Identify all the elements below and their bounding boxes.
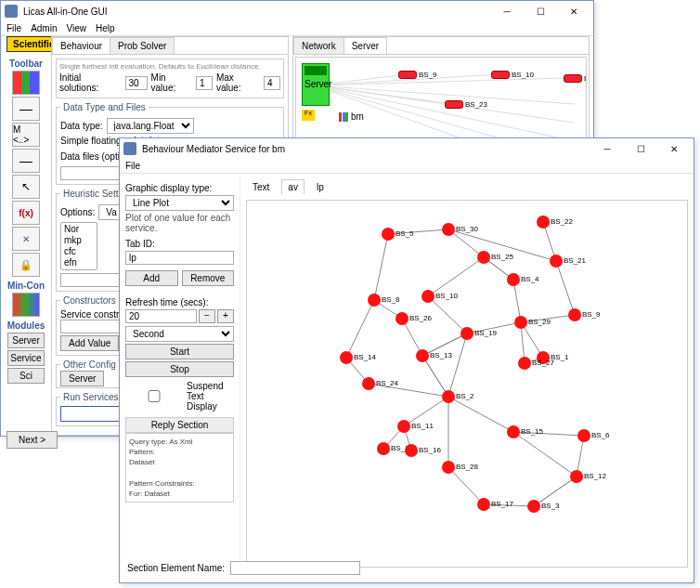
tools-icon[interactable] — [12, 227, 40, 251]
bm-node[interactable]: bm — [339, 111, 364, 122]
lock-icon[interactable] — [12, 253, 40, 277]
maxv-input[interactable] — [264, 76, 280, 90]
close-button-2[interactable]: ✕ — [662, 144, 686, 154]
graph-node[interactable] — [568, 308, 581, 321]
maximize-button[interactable]: ☐ — [528, 7, 552, 17]
server-node[interactable]: Server — [302, 63, 330, 106]
tabid-input[interactable] — [125, 251, 234, 265]
refresh-minus[interactable]: − — [199, 309, 215, 323]
graph-node-label: BS_27 — [532, 359, 554, 367]
refresh-unit[interactable]: Second — [125, 326, 234, 342]
graph-node[interactable] — [416, 349, 429, 362]
mincon-icon[interactable] — [12, 293, 40, 317]
graph-node[interactable] — [368, 294, 381, 307]
bs-node[interactable] — [445, 100, 463, 109]
graph-node[interactable] — [577, 429, 590, 442]
graph-node[interactable] — [518, 357, 531, 370]
tab-server[interactable]: Server — [344, 37, 387, 54]
tab-probsolver[interactable]: Prob Solver — [110, 37, 175, 54]
graph-node[interactable] — [377, 442, 390, 455]
addvalue-button[interactable]: Add Value — [60, 335, 119, 351]
server-config-button[interactable]: Server — [60, 371, 104, 386]
module-service[interactable]: Service — [7, 350, 45, 366]
graph-node-label: BS_21 — [564, 256, 586, 265]
tabid-label: Tab ID: — [125, 239, 234, 249]
next-button[interactable]: Next > — [6, 431, 58, 449]
graph-node[interactable] — [382, 228, 395, 241]
graph-node[interactable] — [477, 251, 490, 264]
graph-node-label: BS_29 — [528, 318, 551, 326]
graph-node[interactable] — [442, 461, 455, 474]
options-label: Options: — [60, 207, 95, 217]
stop-button[interactable]: Stop — [125, 361, 234, 377]
graph-node[interactable] — [527, 500, 540, 513]
bs-node[interactable] — [564, 74, 582, 83]
graph-node[interactable] — [405, 444, 418, 457]
query-info: Query type: As Xml Pattern: Dataset Patt… — [125, 433, 234, 503]
graph-node[interactable] — [421, 290, 434, 303]
graph-node[interactable] — [507, 425, 520, 438]
refresh-input[interactable] — [125, 309, 197, 323]
minv-input[interactable] — [196, 76, 213, 90]
graph-node[interactable] — [395, 312, 408, 325]
graph-node[interactable] — [362, 377, 375, 390]
graph-node[interactable] — [460, 327, 473, 340]
gtab-lp[interactable]: lp — [310, 179, 331, 195]
suspend-checkbox[interactable] — [125, 390, 183, 402]
graph-node-label: BS_4 — [521, 275, 539, 283]
tab-network[interactable]: Network — [293, 37, 344, 54]
graph-node[interactable] — [477, 498, 490, 511]
start-button[interactable]: Start — [125, 344, 234, 359]
menu-file-2[interactable]: File — [125, 161, 140, 171]
bars-icon[interactable] — [12, 149, 40, 173]
refresh-plus[interactable]: + — [217, 309, 234, 323]
tab-behaviour[interactable]: Behaviour — [52, 37, 110, 54]
fx-node[interactable]: Fx — [302, 110, 315, 121]
arrow-icon[interactable] — [12, 175, 40, 199]
close-button[interactable]: ✕ — [562, 7, 586, 17]
init-sol-input[interactable] — [125, 76, 148, 90]
line-icon[interactable] — [12, 97, 40, 121]
section-el-label: Section Element Name: — [127, 563, 225, 573]
gtab-av[interactable]: av — [281, 179, 305, 195]
remove-button[interactable]: Remove — [182, 270, 235, 286]
graph-node[interactable] — [442, 223, 455, 236]
datatype-select[interactable]: java.lang.Float — [107, 118, 194, 134]
menu-help[interactable]: Help — [96, 23, 115, 33]
graph-node[interactable] — [514, 316, 527, 329]
graph-node-label: BS_2 — [456, 392, 474, 400]
menu-admin[interactable]: Admin — [31, 23, 57, 33]
graph-node[interactable] — [550, 255, 563, 268]
module-server[interactable]: Server — [7, 333, 45, 348]
fx-icon[interactable]: f(x) — [12, 201, 40, 225]
graph-node[interactable] — [570, 470, 583, 483]
gtab-text[interactable]: Text — [246, 179, 276, 195]
graph-node[interactable] — [397, 420, 410, 433]
graph-node-label: BS_14 — [354, 353, 376, 361]
module-sci[interactable]: Sci — [7, 368, 45, 384]
grid-icon[interactable] — [12, 71, 40, 95]
graph-canvas[interactable]: BS_5BS_30BS_22BS_25BS_21BS_4BS_8BS_10BS_… — [246, 200, 688, 568]
svg-line-19 — [428, 257, 484, 296]
graph-node[interactable] — [340, 351, 353, 364]
add-button[interactable]: Add — [125, 270, 178, 286]
graph-node[interactable] — [507, 273, 520, 286]
graph-node[interactable] — [442, 390, 455, 403]
options-list[interactable]: Normkpcfcefn — [60, 222, 97, 270]
bs-node[interactable] — [491, 71, 510, 79]
minimize-button-2[interactable]: ─ — [595, 144, 619, 154]
gtype-select[interactable]: Line Plot — [125, 195, 234, 211]
bs-node[interactable] — [398, 71, 417, 79]
nearest-label: Single furthest init evaluation. Default… — [59, 62, 280, 71]
menu-file[interactable]: File — [6, 23, 21, 33]
section-el-input[interactable] — [230, 561, 360, 575]
m-icon[interactable]: M <..> — [12, 123, 40, 147]
menu-view[interactable]: View — [66, 23, 86, 33]
graph-node-label: BS_10 — [435, 292, 458, 300]
graph-node[interactable] — [537, 216, 550, 229]
minimize-button[interactable]: ─ — [495, 7, 519, 17]
app-icon — [5, 5, 18, 18]
graph-node-label: BS_11 — [411, 422, 434, 430]
graph-node-label: BS_6 — [591, 431, 610, 439]
maximize-button-2[interactable]: ☐ — [629, 144, 653, 154]
